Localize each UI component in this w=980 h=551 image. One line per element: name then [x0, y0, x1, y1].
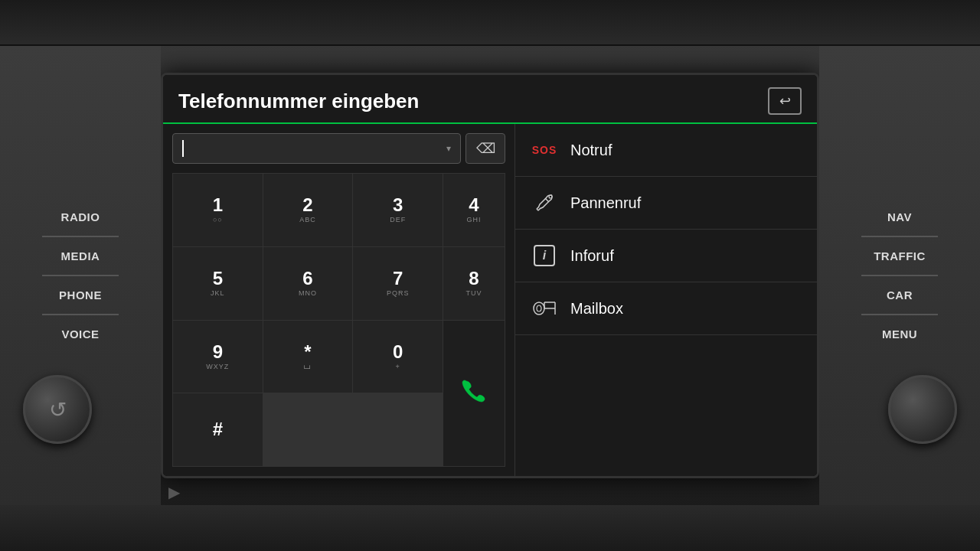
right-knob[interactable] — [888, 375, 957, 444]
key-2[interactable]: 2 ABC — [263, 174, 353, 246]
key-8[interactable]: 8 TUV — [443, 247, 505, 320]
input-row: ▾ ⌫ — [172, 133, 505, 164]
divider-r1 — [861, 236, 938, 237]
media-button[interactable]: MEDIA — [34, 245, 126, 267]
key-8-main: 8 — [469, 269, 479, 288]
keypad-grid: 1 ○○ 2 ABC 3 DEF 4 — [172, 173, 505, 467]
mailbox-icon — [531, 295, 558, 322]
voice-button[interactable]: VOICE — [34, 323, 126, 345]
key-star[interactable]: * ⌴ — [263, 321, 353, 393]
key-6[interactable]: 6 MNO — [263, 247, 353, 320]
divider-r2 — [861, 275, 938, 276]
text-cursor — [182, 140, 184, 157]
svg-point-2 — [534, 302, 544, 315]
car-button[interactable]: CAR — [854, 284, 946, 306]
notruf-item[interactable]: SOS Notruf — [515, 124, 817, 177]
key-3[interactable]: 3 DEF — [353, 174, 443, 246]
bottom-indicator: ▶ — [168, 483, 180, 501]
traffic-button[interactable]: TRAFFIC — [854, 245, 946, 267]
key-7[interactable]: 7 PQRS — [353, 247, 443, 320]
mailbox-label: Mailbox — [570, 300, 623, 318]
pannenruf-item[interactable]: Pannenruf — [515, 177, 817, 230]
divider-r3 — [861, 314, 938, 315]
key-6-main: 6 — [302, 269, 312, 288]
sos-icon: SOS — [531, 136, 558, 164]
menu-button[interactable]: MENU — [854, 323, 946, 345]
dialpad-section: ▾ ⌫ 1 ○○ 2 ABC — [163, 124, 515, 476]
key-9-sub: WXYZ — [206, 363, 229, 370]
call-icon — [460, 377, 488, 410]
key-star-main: * — [304, 343, 311, 361]
inforuf-label: Inforuf — [570, 247, 614, 265]
notruf-label: Notruf — [570, 142, 612, 159]
key-1-sub: ○○ — [213, 216, 223, 223]
wrench-icon — [531, 189, 558, 217]
divider-2 — [42, 275, 119, 276]
inforuf-item[interactable]: i Inforuf — [515, 230, 817, 282]
key-4[interactable]: 4 GHI — [443, 174, 505, 246]
delete-button[interactable]: ⌫ — [466, 133, 505, 164]
key-7-sub: PQRS — [387, 289, 410, 297]
radio-button[interactable]: RADIO — [34, 206, 126, 228]
key-5-sub: JKL — [211, 289, 225, 297]
key-0-main: 0 — [393, 343, 403, 361]
top-strip — [0, 0, 980, 46]
key-9[interactable]: 9 WXYZ — [173, 321, 263, 393]
infotainment-screen: Telefonnummer eingeben ↩ ▾ ⌫ 1 ○ — [161, 73, 819, 478]
key-5[interactable]: 5 JKL — [173, 247, 263, 320]
screen-content: ▾ ⌫ 1 ○○ 2 ABC — [163, 124, 817, 476]
key-2-main: 2 — [302, 196, 312, 214]
left-controls-panel: RADIO MEDIA PHONE VOICE — [0, 46, 161, 505]
call-button[interactable] — [443, 321, 505, 467]
dropdown-arrow-icon[interactable]: ▾ — [446, 143, 451, 154]
key-0[interactable]: 0 + — [353, 321, 443, 393]
key-hash-main: # — [213, 420, 223, 439]
key-3-sub: DEF — [390, 216, 406, 223]
key-1-main: 1 — [213, 196, 223, 214]
key-2-sub: ABC — [299, 216, 316, 223]
key-3-main: 3 — [393, 196, 403, 214]
key-7-main: 7 — [393, 269, 403, 288]
pannenruf-label: Pannenruf — [570, 194, 641, 212]
key-8-sub: TUV — [466, 289, 482, 297]
divider-1 — [42, 236, 119, 237]
back-button[interactable]: ↩ — [768, 87, 802, 115]
svg-line-0 — [545, 198, 549, 202]
key-0-sub: + — [396, 363, 400, 370]
car-unit: RADIO MEDIA PHONE VOICE Telefonnummer ei… — [0, 0, 980, 551]
key-4-sub: GHI — [466, 216, 481, 223]
mailbox-item[interactable]: Mailbox — [515, 282, 817, 335]
key-star-sub: ⌴ — [304, 363, 312, 370]
screen-header: Telefonnummer eingeben ↩ — [163, 75, 817, 124]
nav-button[interactable]: NAV — [854, 206, 946, 228]
speed-dial-panel: SOS Notruf Pannenruf — [515, 124, 817, 476]
key-1[interactable]: 1 ○○ — [173, 174, 263, 246]
key-5-main: 5 — [213, 269, 223, 288]
phone-input-field[interactable]: ▾ — [172, 133, 461, 164]
left-knob[interactable] — [23, 375, 92, 444]
screen-title: Telefonnummer eingeben — [178, 90, 419, 113]
key-9-main: 9 — [213, 343, 223, 361]
divider-3 — [42, 314, 119, 315]
right-controls-panel: NAV TRAFFIC CAR MENU — [819, 46, 980, 505]
bottom-strip — [0, 505, 980, 551]
phone-button[interactable]: PHONE — [34, 284, 126, 306]
key-hash[interactable]: # — [173, 393, 263, 466]
key-4-main: 4 — [469, 196, 479, 214]
key-6-sub: MNO — [299, 289, 317, 297]
info-icon: i — [531, 242, 558, 269]
svg-point-3 — [537, 305, 541, 311]
